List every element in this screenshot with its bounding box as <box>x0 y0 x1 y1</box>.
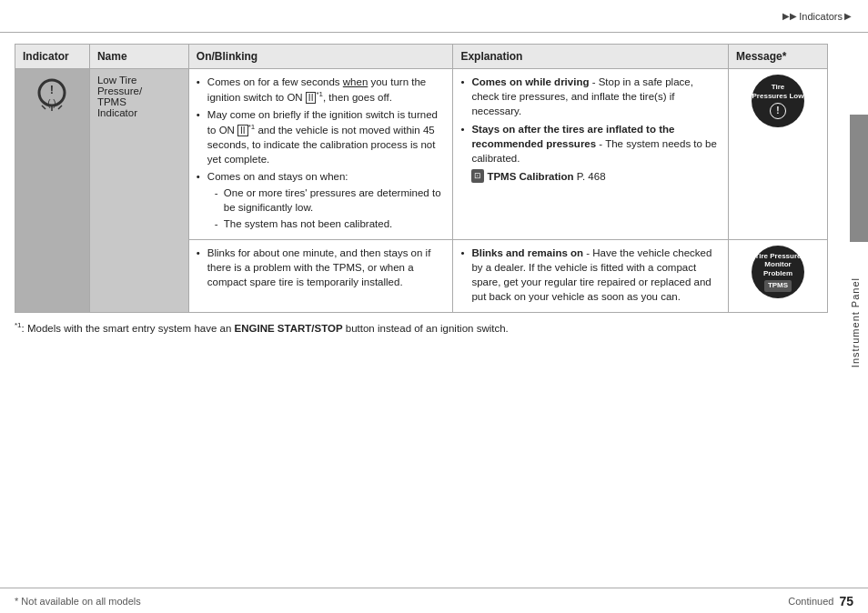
col-message: Message* <box>729 45 828 69</box>
explanation-cell-1: Comes on while driving - Stop in a safe … <box>453 69 729 240</box>
explanation-list-1: Comes on while driving - Stop in a safe … <box>460 75 721 184</box>
svg-line-3 <box>42 106 45 109</box>
header-bar: ▶▶ Indicators ▶ <box>0 0 868 33</box>
col-name: Name <box>89 45 188 69</box>
table-header-row: Indicator Name On/Blinking Explanation M… <box>15 45 828 69</box>
message-cell-1: TirePressures Low ! <box>729 69 828 240</box>
calibration-icon: ⊡ <box>471 169 484 183</box>
badge-icon-1: ! <box>770 103 786 119</box>
onblink-text-3: Comes on and stays on when: <box>207 171 348 182</box>
explanation-bold-1: Comes on while driving <box>471 76 589 87</box>
col-explanation: Explanation <box>453 45 729 69</box>
svg-line-4 <box>58 106 62 109</box>
main-content: Indicator Name On/Blinking Explanation M… <box>0 33 843 586</box>
explanation-cell-2: Blinks and remains on - Have the vehicle… <box>453 239 729 312</box>
badge-exclaim-1: ! <box>776 105 779 116</box>
footer-continued: Continued <box>788 596 833 607</box>
footer-note: * Not available on all models <box>15 596 141 607</box>
footnote: *1: Models with the smart entry system h… <box>15 320 828 336</box>
calibration-link: ⊡ TPMS Calibration P. 468 <box>471 169 721 184</box>
indicator-icon-cell: ! ( ) <box>15 69 90 313</box>
footnote-bold: ENGINE START/STOP <box>235 323 343 334</box>
explanation-item-3: Blinks and remains on - Have the vehicle… <box>460 246 721 304</box>
col-indicator: Indicator <box>15 45 90 69</box>
onblink-sub-2: The system has not been calibrated. <box>215 216 446 231</box>
onblink-cell-2: Blinks for about one minute, and then st… <box>188 239 453 312</box>
footnote-text-end: button instead of an ignition switch. <box>346 323 509 334</box>
onblink-cell-1: Comes on for a few seconds when you turn… <box>188 69 453 240</box>
side-panel-bar <box>850 115 868 242</box>
header-arrow-right: ▶ <box>844 11 852 21</box>
onblink-text-1a: Comes on for a few seconds when you turn… <box>207 76 426 103</box>
explanation-bold-3: Blinks and remains on <box>471 247 583 258</box>
onblink-item-4: Blinks for about one minute, and then st… <box>197 246 446 289</box>
footnote-text-start: Models with the smart entry system have … <box>27 323 235 334</box>
side-panel-text: Instrument Panel <box>850 277 861 367</box>
onblink-sublist: One or more tires' pressures are determi… <box>207 186 446 230</box>
message-cell-2: Tire PressureMonitor Problem TPMS <box>729 239 828 312</box>
tpms-icon: ! ( ) <box>35 75 69 118</box>
indicator-name-cell: Low TirePressure/TPMSIndicator <box>89 69 188 313</box>
side-panel-label: Instrument Panel <box>843 33 868 613</box>
calibration-text: TPMS Calibration P. 468 <box>487 169 605 184</box>
onblink-item-2: May come on briefly if the ignition swit… <box>197 107 446 166</box>
indicator-name: Low TirePressure/TPMSIndicator <box>97 75 142 118</box>
onblink-text-2: May come on briefly if the ignition swit… <box>207 109 438 165</box>
onblink-list-1: Comes on for a few seconds when you turn… <box>197 75 446 231</box>
explanation-item-1: Comes on while driving - Stop in a safe … <box>460 75 721 118</box>
indicators-table: Indicator Name On/Blinking Explanation M… <box>15 44 828 313</box>
col-onblinking: On/Blinking <box>188 45 453 69</box>
onblink-list-2: Blinks for about one minute, and then st… <box>197 246 446 289</box>
footer: * Not available on all models Continued … <box>0 588 868 613</box>
table-row: ! ( ) Low TirePressure/TPMSIndicator <box>15 69 828 240</box>
onblink-item-3: Comes on and stays on when: One or more … <box>197 169 446 230</box>
badge-title-1: TirePressures Low <box>752 83 804 100</box>
onblink-sub-1: One or more tires' pressures are determi… <box>215 186 446 215</box>
footer-pagination: Continued 75 <box>788 594 853 608</box>
header-arrows-left: ▶▶ <box>782 11 797 21</box>
onblink-item-1: Comes on for a few seconds when you turn… <box>197 75 446 105</box>
badge-tpms-label: TPMS <box>764 280 792 291</box>
footer-page-number: 75 <box>839 594 853 608</box>
onblink-text-4: Blinks for about one minute, and then st… <box>207 247 430 287</box>
message-badge-2: Tire PressureMonitor Problem TPMS <box>752 246 804 298</box>
tpms-svg: ! ( ) <box>35 75 69 118</box>
header-title: Indicators <box>799 11 843 22</box>
badge-title-2: Tire PressureMonitor Problem <box>752 252 804 278</box>
explanation-list-2: Blinks and remains on - Have the vehicle… <box>460 246 721 304</box>
svg-text:!: ! <box>50 83 54 96</box>
message-badge-1: TirePressures Low ! <box>752 75 804 127</box>
explanation-item-2: Stays on after the tires are inflated to… <box>460 122 721 183</box>
footnote-star: *1: <box>15 323 25 334</box>
